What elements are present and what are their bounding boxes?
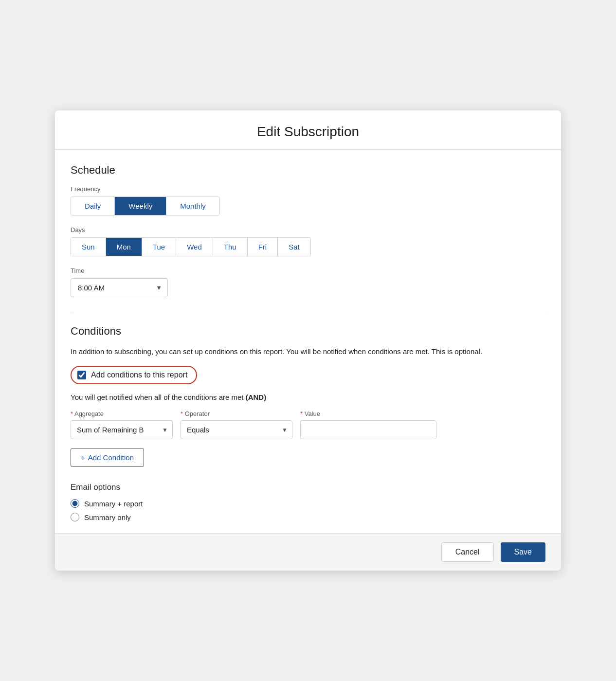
time-select-wrapper: 12:00 AM 1:00 AM 2:00 AM 3:00 AM 4:00 AM…	[71, 278, 168, 297]
and-notice: You will get notified when all of the co…	[71, 393, 545, 401]
radio-summary-only[interactable]: Summary only	[71, 513, 545, 521]
value-field: Value	[300, 410, 436, 439]
time-select[interactable]: 12:00 AM 1:00 AM 2:00 AM 3:00 AM 4:00 AM…	[71, 278, 168, 297]
aggregate-field: Aggregate Sum of Remaining B Count Avera…	[71, 410, 173, 439]
email-radio-group: Summary + report Summary only	[71, 499, 545, 521]
conditions-description: In addition to subscribing, you can set …	[71, 346, 545, 358]
radio-summary-report[interactable]: Summary + report	[71, 499, 545, 508]
radio-summary-only-label: Summary only	[84, 513, 131, 521]
radio-summary-report-input[interactable]	[71, 499, 79, 508]
aggregate-label: Aggregate	[71, 410, 173, 417]
day-sat-btn[interactable]: Sat	[278, 238, 310, 256]
add-conditions-label: Add conditions to this report	[91, 371, 187, 379]
save-button[interactable]: Save	[501, 542, 545, 562]
add-condition-button[interactable]: + Add Condition	[71, 448, 144, 467]
operator-label: Operator	[181, 410, 292, 417]
value-input[interactable]	[300, 420, 436, 439]
day-wed-btn[interactable]: Wed	[176, 238, 213, 256]
email-options-title: Email options	[71, 483, 545, 492]
frequency-toggle-group: Daily Weekly Monthly	[71, 197, 220, 215]
days-toggle-group: Sun Mon Tue Wed Thu Fri Sat	[71, 237, 311, 256]
email-options-section: Email options Summary + report Summary o…	[71, 483, 545, 521]
divider-1	[71, 313, 545, 313]
aggregate-select-wrapper: Sum of Remaining B Count Average ▼	[71, 420, 173, 439]
and-label: (AND)	[246, 393, 267, 401]
add-conditions-checkbox-wrapper[interactable]: Add conditions to this report	[71, 366, 197, 384]
modal-header: Edit Subscription	[55, 110, 561, 150]
day-mon-btn[interactable]: Mon	[106, 238, 142, 256]
operator-select-wrapper: Equals Greater than Less than Not equal …	[181, 420, 292, 439]
add-condition-label: Add Condition	[88, 453, 134, 462]
operator-field: Operator Equals Greater than Less than N…	[181, 410, 292, 439]
condition-row: Aggregate Sum of Remaining B Count Avera…	[71, 410, 545, 439]
schedule-section: Schedule Frequency Daily Weekly Monthly …	[71, 164, 545, 297]
frequency-weekly-btn[interactable]: Weekly	[115, 197, 166, 215]
day-sun-btn[interactable]: Sun	[71, 238, 106, 256]
add-conditions-checkbox[interactable]	[77, 371, 86, 379]
operator-select[interactable]: Equals Greater than Less than Not equal …	[181, 420, 292, 439]
conditions-title: Conditions	[71, 325, 545, 338]
radio-summary-report-label: Summary + report	[84, 500, 143, 508]
frequency-monthly-btn[interactable]: Monthly	[166, 197, 219, 215]
day-tue-btn[interactable]: Tue	[142, 238, 176, 256]
modal-edit-subscription: Edit Subscription Schedule Frequency Dai…	[55, 110, 561, 571]
modal-title: Edit Subscription	[71, 124, 545, 140]
value-label: Value	[300, 410, 436, 417]
add-condition-icon: +	[81, 453, 85, 462]
days-label: Days	[71, 226, 545, 233]
frequency-label: Frequency	[71, 185, 545, 193]
cancel-button[interactable]: Cancel	[441, 542, 494, 562]
and-notice-text: You will get notified when all of the co…	[71, 393, 244, 401]
aggregate-select[interactable]: Sum of Remaining B Count Average	[71, 420, 173, 439]
day-fri-btn[interactable]: Fri	[248, 238, 278, 256]
modal-footer: Cancel Save	[55, 533, 561, 571]
day-thu-btn[interactable]: Thu	[213, 238, 248, 256]
radio-summary-only-input[interactable]	[71, 513, 79, 521]
modal-body: Schedule Frequency Daily Weekly Monthly …	[55, 150, 561, 534]
conditions-section: Conditions In addition to subscribing, y…	[71, 325, 545, 522]
schedule-title: Schedule	[71, 164, 545, 177]
time-label: Time	[71, 267, 545, 274]
frequency-daily-btn[interactable]: Daily	[71, 197, 115, 215]
